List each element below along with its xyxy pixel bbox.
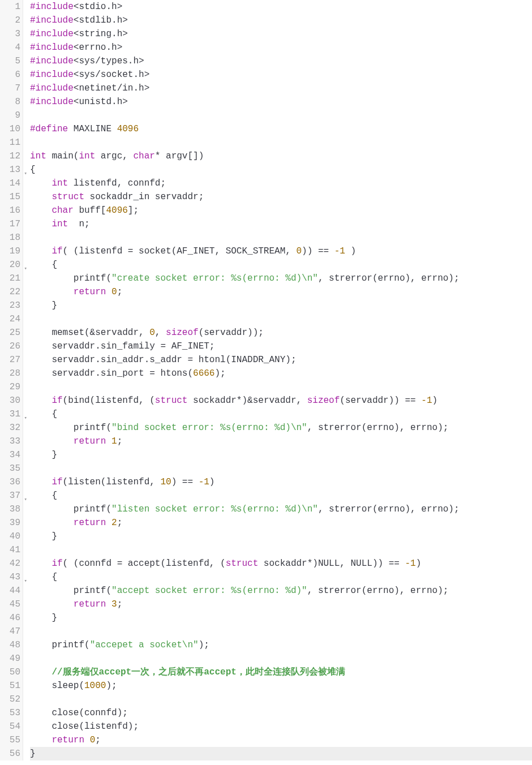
code-line[interactable]: printf("bind socket error: %s(errno: %d)… (30, 421, 532, 435)
code-token: 1000 (84, 681, 106, 691)
code-line[interactable]: return 0; (30, 285, 532, 299)
code-line[interactable]: memset(&servaddr, 0, sizeof(servaddr)); (30, 326, 532, 339)
code-token: <string.h> (74, 29, 128, 39)
code-editor-content[interactable]: #include<stdio.h>#include<stdlib.h>#incl… (23, 0, 532, 760)
code-line[interactable]: close(connfd); (30, 706, 532, 720)
code-line[interactable]: int listenfd, connfd; (30, 177, 532, 190)
code-line[interactable]: #include<netinet/in.h> (30, 81, 532, 95)
line-number: 41 (0, 543, 23, 557)
code-line[interactable]: } (30, 448, 532, 462)
code-line[interactable]: } (30, 299, 532, 312)
code-line[interactable]: #include<sys/types.h> (30, 54, 532, 68)
code-line[interactable]: printf("accepet a socket\n"); (30, 638, 532, 652)
code-line[interactable]: servaddr.sin_family = AF_INET; (30, 339, 532, 353)
code-token: printf( (30, 586, 111, 596)
code-token: <unistd.h> (74, 97, 128, 107)
code-line[interactable]: #include<string.h> (30, 27, 532, 41)
line-number: 45 (0, 598, 23, 611)
code-token: char (133, 151, 155, 161)
code-token (30, 287, 74, 297)
code-line[interactable]: #include<sys/socket.h> (30, 68, 532, 81)
code-token: return (74, 287, 106, 297)
line-number: 21 (0, 272, 23, 285)
code-token: (bind(listenfd, ( (63, 396, 155, 406)
code-line[interactable]: return 3; (30, 598, 532, 611)
fold-arrow-icon[interactable]: ▾ (24, 411, 27, 425)
code-token: struct (155, 396, 188, 406)
code-line[interactable] (30, 109, 532, 122)
code-line[interactable]: char buff[4096]; (30, 204, 532, 217)
code-line[interactable]: return 2; (30, 516, 532, 530)
code-line[interactable]: if(listen(listenfd, 10) == -1) (30, 475, 532, 489)
code-token: ]; (128, 205, 139, 216)
fold-arrow-icon[interactable]: ▾ (24, 167, 27, 180)
code-token: #include (30, 56, 74, 66)
code-line[interactable]: printf("listen socket error: %s(errno: %… (30, 502, 532, 516)
code-token: ) (432, 396, 438, 406)
code-line[interactable] (30, 652, 532, 665)
line-number: 17 (0, 217, 23, 231)
code-line[interactable] (30, 543, 532, 557)
code-line[interactable]: if( (listenfd = socket(AF_INET, SOCK_STR… (30, 244, 532, 258)
code-line[interactable]: int main(int argc, char* argv[]) (30, 149, 532, 163)
fold-arrow-icon[interactable]: ▾ (24, 262, 27, 276)
code-line[interactable]: { (30, 489, 532, 502)
fold-arrow-icon[interactable]: ▾ (24, 574, 27, 588)
code-line[interactable]: #include<stdio.h> (30, 0, 532, 14)
code-token: "accept socket error: %s(errno: %d)" (111, 586, 307, 596)
code-line[interactable] (30, 136, 532, 149)
code-token: sockaddr*)&servaddr, (187, 396, 307, 406)
line-number: 9 (0, 109, 23, 122)
line-number: 27 (0, 353, 23, 367)
code-line[interactable]: //服务端仅accept一次，之后就不再accept，此时全连接队列会被堆满 (30, 665, 532, 679)
code-token: #define (30, 124, 68, 134)
code-line[interactable]: { (30, 570, 532, 584)
code-line[interactable]: int n; (30, 217, 532, 231)
code-token: 4096 (106, 205, 127, 216)
line-number: 50 (0, 665, 23, 679)
code-line[interactable]: { (30, 407, 532, 421)
code-token: )) == (302, 246, 334, 256)
line-number: 4 (0, 41, 23, 54)
code-token: (servaddr)); (199, 328, 264, 338)
fold-arrow-icon[interactable]: ▾ (24, 493, 27, 506)
code-token: sockaddr*)NULL, NULL)) == (258, 558, 405, 569)
code-token: 0 (296, 246, 302, 256)
code-line[interactable]: printf("create socket error: %s(errno: %… (30, 272, 532, 285)
code-line[interactable]: } (30, 611, 532, 625)
code-line[interactable]: #include<stdlib.h> (30, 14, 532, 27)
code-token: <errno.h> (74, 42, 122, 53)
code-line[interactable]: printf("accept socket error: %s(errno: %… (30, 584, 532, 598)
code-line[interactable] (30, 693, 532, 706)
code-token: if (52, 558, 62, 569)
code-line[interactable]: #include<errno.h> (30, 41, 532, 54)
code-line[interactable]: close(listenfd); (30, 720, 532, 733)
code-line[interactable]: sleep(1000); (30, 679, 532, 693)
code-token: listenfd, connfd; (68, 178, 166, 188)
code-line[interactable] (30, 380, 532, 394)
code-line[interactable]: { (30, 163, 532, 177)
code-token: if (52, 477, 62, 487)
code-token: n; (68, 219, 89, 229)
code-line[interactable] (30, 462, 532, 475)
code-line[interactable]: if(bind(listenfd, (struct sockaddr*)&ser… (30, 394, 532, 407)
code-line[interactable] (30, 231, 532, 244)
code-line[interactable]: servaddr.sin_port = htons(6666); (30, 367, 532, 380)
code-line[interactable]: if( (connfd = accept(listenfd, (struct s… (30, 557, 532, 570)
code-token: int (30, 151, 46, 161)
code-line[interactable]: #define MAXLINE 4096 (30, 122, 532, 136)
code-token: printf( (30, 273, 111, 283)
code-line[interactable]: } (30, 747, 532, 760)
code-line[interactable]: { (30, 258, 532, 272)
code-line[interactable]: } (30, 530, 532, 543)
line-number: 7 (0, 81, 23, 95)
code-line[interactable]: return 0; (30, 733, 532, 747)
code-line[interactable] (30, 312, 532, 326)
code-line[interactable]: #include<unistd.h> (30, 95, 532, 109)
code-line[interactable]: struct sockaddr_in servaddr; (30, 190, 532, 204)
code-token: close(listenfd); (30, 721, 139, 732)
code-line[interactable] (30, 625, 532, 638)
code-token: servaddr.sin_addr.s_addr = htonl(INADDR_… (30, 355, 296, 365)
code-line[interactable]: servaddr.sin_addr.s_addr = htonl(INADDR_… (30, 353, 532, 367)
code-line[interactable]: return 1; (30, 435, 532, 448)
